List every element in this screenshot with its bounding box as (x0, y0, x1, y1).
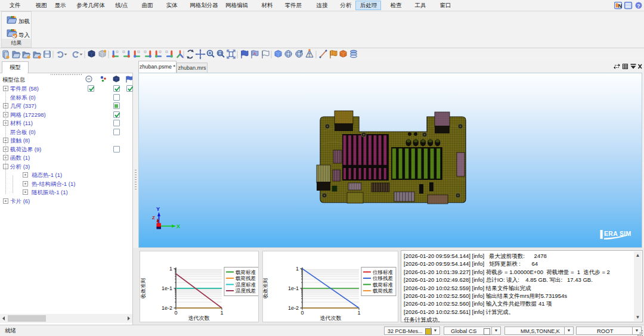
svg-text:载荷残差: 载荷残差 (236, 275, 256, 281)
svg-text:Z: Z (152, 215, 155, 220)
svg-text:1e-2: 1e-2 (288, 305, 299, 311)
svg-text:N: N (618, 3, 623, 9)
svg-text:温度残差: 温度残差 (235, 288, 256, 294)
svg-text:?: ? (637, 3, 640, 9)
svg-text:迭代次数: 迭代次数 (320, 315, 342, 321)
svg-text:1: 1 (169, 266, 172, 272)
svg-text:1e-2: 1e-2 (162, 305, 172, 311)
svg-text:X: X (177, 223, 180, 229)
svg-text:收敛准则: 收敛准则 (263, 278, 268, 298)
svg-text:1: 1 (357, 310, 360, 316)
svg-text:1: 1 (296, 266, 299, 272)
svg-text:载荷标准: 载荷标准 (373, 282, 394, 288)
svg-text:1: 1 (220, 310, 223, 316)
svg-text:A: A (253, 52, 256, 55)
svg-text:温度标准: 温度标准 (235, 282, 256, 288)
svg-text:位移标准: 位移标准 (373, 269, 394, 275)
svg-text:ERA SIM: ERA SIM (604, 230, 631, 237)
svg-text:迭代次数: 迭代次数 (188, 315, 210, 321)
svg-text:1e-1: 1e-1 (162, 285, 172, 291)
svg-text:载荷残差: 载荷残差 (373, 288, 393, 294)
svg-text:位移残差: 位移残差 (373, 275, 393, 281)
svg-text:1e-1: 1e-1 (288, 285, 299, 291)
svg-text:0: 0 (301, 310, 304, 316)
svg-text:载荷标准: 载荷标准 (236, 269, 256, 275)
svg-text:0: 0 (174, 310, 177, 316)
svg-text:收敛准则: 收敛准则 (140, 278, 146, 298)
svg-text:Y: Y (156, 206, 160, 212)
